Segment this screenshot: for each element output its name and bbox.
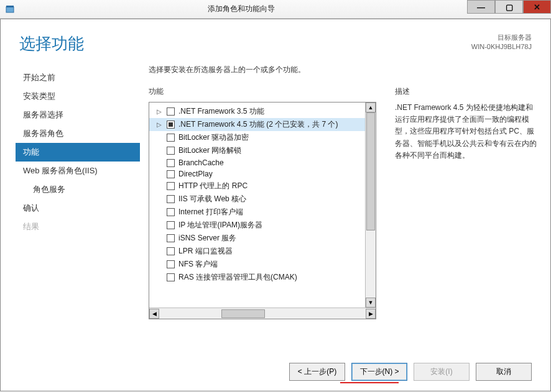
content-layout: 开始之前 安装类型 服务器选择 服务器角色 功能 Web 服务器角色(IIS) … (1, 58, 550, 319)
features-column: 功能 ▷ .NET Framework 3.5 功能 ▷ .N (149, 86, 376, 319)
features-tree-viewport: ▷ .NET Framework 3.5 功能 ▷ .NET Framework… (149, 103, 376, 308)
sidebar-item-web-server-iis[interactable]: Web 服务器角色(IIS) (16, 162, 140, 180)
svg-rect-0 (6, 7, 14, 12)
scroll-down-arrow-icon[interactable]: ▼ (366, 298, 376, 308)
checkbox[interactable] (167, 134, 175, 142)
target-server-name: WIN-0KHJ9BLH78J (471, 42, 532, 52)
app-icon (5, 4, 15, 14)
feature-label: BitLocker 网络解锁 (178, 145, 241, 156)
description-text: .NET Framework 4.5 为轻松便捷地构建和运行应用程序提供了全面而… (395, 102, 538, 162)
sidebar-item-role-services[interactable]: 角色服务 (16, 180, 140, 199)
header-area: 选择功能 目标服务器 WIN-0KHJ9BLH78J (1, 19, 550, 58)
sidebar-item-server-selection[interactable]: 服务器选择 (16, 106, 140, 124)
instruction-text: 选择要安装在所选服务器上的一个或多个功能。 (149, 65, 538, 75)
feature-row[interactable]: DirectPlay (149, 168, 376, 180)
description-column: 描述 .NET Framework 4.5 为轻松便捷地构建和运行应用程序提供了… (395, 86, 538, 319)
titlebar: 添加角色和功能向导 — ▢ ✕ (0, 0, 551, 19)
columns: 功能 ▷ .NET Framework 3.5 功能 ▷ .N (149, 86, 538, 319)
checkbox[interactable] (167, 247, 175, 255)
close-button[interactable]: ✕ (523, 0, 551, 14)
install-button: 安装(I) (414, 363, 470, 381)
feature-label: Internet 打印客户端 (178, 207, 243, 217)
checkbox[interactable] (167, 273, 175, 281)
scroll-track[interactable] (366, 112, 376, 298)
feature-row[interactable]: NFS 客户端 (149, 258, 376, 271)
window-title: 添加角色和功能向导 (15, 4, 467, 14)
scroll-track[interactable] (159, 309, 366, 319)
feature-label: HTTP 代理上的 RPC (178, 181, 248, 191)
feature-label: iSNS Server 服务 (178, 233, 236, 244)
checkbox[interactable] (167, 195, 175, 203)
checkbox[interactable] (167, 121, 175, 129)
feature-row[interactable]: BranchCache (149, 157, 376, 168)
sidebar-item-results: 结果 (16, 217, 140, 236)
minimize-button[interactable]: — (467, 0, 495, 14)
previous-button[interactable]: < 上一步(P) (289, 363, 345, 381)
feature-label: LPR 端口监视器 (178, 246, 233, 257)
feature-row[interactable]: BitLocker 网络解锁 (149, 144, 376, 157)
vertical-scrollbar[interactable]: ▲ ▼ (365, 103, 376, 308)
maximize-button[interactable]: ▢ (495, 0, 523, 14)
feature-row[interactable]: HTTP 代理上的 RPC (149, 180, 376, 193)
scroll-up-arrow-icon[interactable]: ▲ (366, 103, 376, 112)
feature-label: NFS 客户端 (178, 259, 218, 270)
expander-icon[interactable]: ▷ (155, 108, 163, 115)
feature-row[interactable]: ▷ .NET Framework 3.5 功能 (149, 105, 376, 118)
feature-label: .NET Framework 4.5 功能 (2 个已安装，共 7 个) (178, 119, 338, 130)
sidebar-item-install-type[interactable]: 安装类型 (16, 87, 140, 106)
scroll-thumb[interactable] (366, 112, 375, 230)
feature-row[interactable]: Internet 打印客户端 (149, 206, 376, 219)
feature-label: IIS 可承载 Web 核心 (178, 194, 246, 204)
checkbox[interactable] (167, 182, 175, 190)
scroll-right-arrow-icon[interactable]: ▶ (366, 309, 376, 319)
feature-row[interactable]: IP 地址管理(IPAM)服务器 (149, 219, 376, 232)
wizard-steps-sidebar: 开始之前 安装类型 服务器选择 服务器角色 功能 Web 服务器角色(IIS) … (16, 65, 140, 319)
horizontal-scrollbar[interactable]: ◀ ▶ (149, 308, 376, 319)
feature-label: IP 地址管理(IPAM)服务器 (178, 220, 262, 230)
main-panel: 选择要安装在所选服务器上的一个或多个功能。 功能 ▷ .NET Framewor… (140, 65, 538, 319)
description-header: 描述 (395, 86, 538, 97)
feature-row[interactable]: iSNS Server 服务 (149, 232, 376, 245)
cancel-button[interactable]: 取消 (476, 363, 532, 381)
feature-row[interactable]: BitLocker 驱动器加密 (149, 131, 376, 144)
sidebar-item-confirmation[interactable]: 确认 (16, 199, 140, 217)
window-controls: — ▢ ✕ (467, 0, 551, 18)
expander-icon[interactable]: ▷ (155, 121, 163, 128)
feature-label: .NET Framework 3.5 功能 (178, 106, 264, 117)
target-server-block: 目标服务器 WIN-0KHJ9BLH78J (471, 33, 532, 52)
feature-row[interactable]: LPR 端口监视器 (149, 245, 376, 258)
scroll-thumb[interactable] (221, 309, 265, 318)
page-title: 选择功能 (19, 33, 471, 55)
checkbox[interactable] (167, 208, 175, 216)
wizard-footer: < 上一步(P) 下一步(N) > 安装(I) 取消 (1, 363, 550, 381)
feature-label: BitLocker 驱动器加密 (178, 132, 249, 143)
checkbox[interactable] (167, 260, 175, 268)
annotation-underline (340, 382, 399, 383)
feature-row[interactable]: ▷ .NET Framework 4.5 功能 (2 个已安装，共 7 个) (149, 118, 376, 131)
feature-label: BranchCache (178, 158, 224, 167)
sidebar-item-features[interactable]: 功能 (16, 143, 140, 162)
checkbox[interactable] (167, 170, 175, 178)
next-button[interactable]: 下一步(N) > (351, 363, 407, 381)
features-header: 功能 (149, 86, 376, 97)
checkbox[interactable] (167, 147, 175, 155)
feature-label: DirectPlay (178, 170, 213, 178)
checkbox[interactable] (167, 107, 175, 116)
feature-row[interactable]: RAS 连接管理器管理工具包(CMAK) (149, 271, 376, 284)
sidebar-item-before-begin[interactable]: 开始之前 (16, 68, 140, 87)
checkbox[interactable] (167, 234, 175, 242)
features-tree: ▷ .NET Framework 3.5 功能 ▷ .NET Framework… (149, 102, 376, 319)
checkbox[interactable] (167, 159, 175, 167)
feature-row[interactable]: IIS 可承载 Web 核心 (149, 193, 376, 206)
scroll-left-arrow-icon[interactable]: ◀ (149, 309, 159, 319)
feature-label: RAS 连接管理器管理工具包(CMAK) (178, 272, 297, 283)
sidebar-item-server-roles[interactable]: 服务器角色 (16, 124, 140, 143)
checkbox[interactable] (167, 221, 175, 229)
window-body: 选择功能 目标服务器 WIN-0KHJ9BLH78J 开始之前 安装类型 服务器… (0, 19, 551, 391)
svg-rect-1 (6, 6, 14, 7)
target-server-label: 目标服务器 (471, 33, 532, 42)
